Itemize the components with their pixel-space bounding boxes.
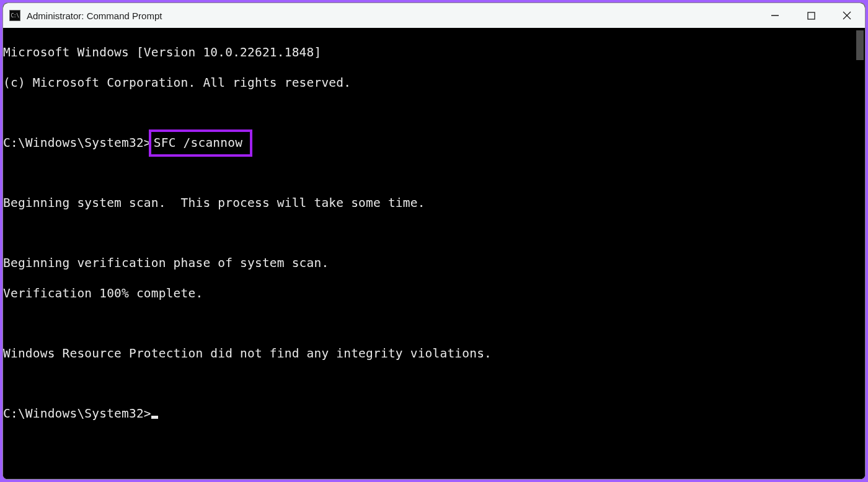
console-output[interactable]: Microsoft Windows [Version 10.0.22621.18… [3,28,854,479]
blank-line [3,317,854,331]
blank-line [3,166,854,181]
window-controls [757,3,865,28]
begin-scan-line: Beginning system scan. This process will… [3,196,854,211]
minimize-button[interactable] [757,3,793,28]
blank-line [3,226,854,241]
prompt-path-2: C:\Windows\System32> [3,406,151,421]
blank-line [3,377,854,392]
sfc-command: SFC /scannow [154,136,242,150]
console-area: Microsoft Windows [Version 10.0.22621.18… [3,28,865,479]
verification-phase-line: Beginning verification phase of system s… [3,256,854,271]
command-prompt-window: C:\ Administrator: Command Prompt Micros… [2,2,866,480]
vertical-scrollbar[interactable] [854,28,865,479]
scrollbar-thumb[interactable] [856,30,864,60]
close-icon [843,11,851,20]
command-highlight-annotation: SFC /scannow [149,129,252,157]
svg-rect-1 [808,12,815,19]
window-title: Administrator: Command Prompt [27,11,757,21]
blank-line [3,105,854,120]
result-line: Windows Resource Protection did not find… [3,346,854,361]
prompt-path-1: C:\Windows\System32> [3,136,151,150]
command-prompt-icon: C:\ [9,10,20,21]
prompt-line-2: C:\Windows\System32> [3,406,854,421]
prompt-line-1: C:\Windows\System32>SFC /scannow [3,136,854,151]
version-line: Microsoft Windows [Version 10.0.22621.18… [3,45,854,60]
verification-complete-line: Verification 100% complete. [3,286,854,301]
text-cursor [151,416,158,419]
copyright-line: (c) Microsoft Corporation. All rights re… [3,76,854,90]
maximize-button[interactable] [793,3,829,28]
close-button[interactable] [829,3,865,28]
titlebar[interactable]: C:\ Administrator: Command Prompt [3,3,865,28]
minimize-icon [771,11,779,20]
maximize-icon [807,12,815,20]
